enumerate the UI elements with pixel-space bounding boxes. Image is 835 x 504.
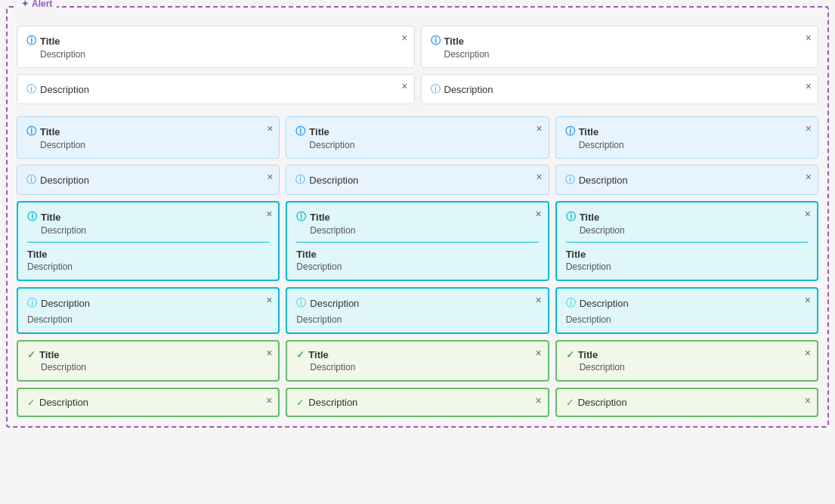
alert-label-text: Alert <box>32 0 52 9</box>
alert-card-plain-1: × ⓘ Title Description <box>17 26 415 68</box>
close-button-blue-2[interactable]: × <box>536 123 542 134</box>
card-desc-cyan-1b: Description <box>27 261 269 272</box>
close-button-cyan-desc-1[interactable]: × <box>266 295 272 305</box>
info-icon-1b: ⓘ <box>26 82 36 96</box>
alert-section: ✦ Alert × ⓘ Title Description × ⓘ Title <box>6 6 829 428</box>
alert-card-cyan-desc-2: × ⓘ Description Description <box>286 287 549 334</box>
info-icon-1: ⓘ <box>26 34 36 48</box>
info-icon-blue-3b: ⓘ <box>565 173 575 187</box>
card-desc-blue-2: Description <box>309 140 539 150</box>
card-desc-1: Description <box>40 49 405 60</box>
card-title-2: ⓘ Title <box>431 34 809 48</box>
info-icon-blue-2: ⓘ <box>295 125 305 138</box>
close-button-blue-2b[interactable]: × <box>536 172 542 182</box>
alert-card-green-3: × ✓ Title Description <box>555 340 818 382</box>
card-desc-only-blue-2b: ⓘ Description <box>295 173 539 187</box>
info-icon-2: ⓘ <box>431 34 441 48</box>
close-button-2[interactable]: × <box>806 32 812 43</box>
card-desc-only-2b: ⓘ Description <box>431 82 809 96</box>
alert-card-cyan-2: × ⓘ Title Description Title Description <box>286 201 549 281</box>
close-button-cyan-3[interactable]: × <box>805 209 811 219</box>
alert-card-blue-3: × ⓘ Title Description <box>555 116 818 159</box>
info-icon-cyan-3: ⓘ <box>566 210 576 224</box>
info-icon-cyan-2: ⓘ <box>296 210 306 224</box>
close-button-cyan-desc-3[interactable]: × <box>805 295 811 305</box>
info-icon-cyan-desc-2: ⓘ <box>296 296 306 310</box>
card-icon-desc-green-3b: ✓ Description <box>566 397 808 408</box>
card-desc-sub-cyan-2: Description <box>296 314 538 325</box>
alert-label: ✦ Alert <box>17 0 57 9</box>
alert-card-green-1b: × ✓ Description <box>17 388 280 417</box>
alert-card-green-3b: × ✓ Description <box>555 388 818 417</box>
close-button-green-1b[interactable]: × <box>266 395 272 406</box>
alert-card-green-1: × ✓ Title Description <box>17 340 280 382</box>
check-icon-green-2: ✓ <box>296 349 305 360</box>
alert-card-cyan-desc-3: × ⓘ Description Description <box>555 287 818 334</box>
info-icon-cyan-desc-3: ⓘ <box>566 296 576 310</box>
card-title-blue-1: ⓘ Title <box>26 125 270 138</box>
card-desc-cyan-1: Description <box>41 225 269 236</box>
card-icon-desc-cyan-1: ⓘ Description <box>27 296 269 310</box>
card-desc-cyan-3: Description <box>580 225 808 236</box>
card-title-cyan-3b: Title <box>566 249 808 260</box>
card-desc-green-1: Description <box>41 362 269 373</box>
alert-card-blue-1b: × ⓘ Description <box>17 165 280 195</box>
card-desc-blue-1: Description <box>40 140 270 150</box>
card-icon-desc-cyan-3: ⓘ Description <box>566 296 808 310</box>
alert-card-green-2: × ✓ Title Description <box>286 340 549 382</box>
close-button-green-1[interactable]: × <box>266 348 272 358</box>
card-title-blue-3: ⓘ Title <box>565 125 809 138</box>
check-icon-green-1: ✓ <box>27 349 36 360</box>
alert-card-cyan-1: × ⓘ Title Description Title Description <box>17 201 280 281</box>
card-title-cyan-1: ⓘ Title <box>27 210 269 224</box>
close-button-cyan-2[interactable]: × <box>535 209 541 219</box>
close-button-cyan-1[interactable]: × <box>266 209 272 219</box>
info-icon-blue-1b: ⓘ <box>26 173 36 187</box>
close-button-1[interactable]: × <box>401 32 407 43</box>
alert-card-plain-2b: × ⓘ Description <box>421 74 819 104</box>
card-title-green-2: ✓ Title <box>296 349 538 360</box>
divider-cyan-2 <box>296 242 538 243</box>
divider-cyan-3 <box>566 242 808 243</box>
alert-card-blue-1: × ⓘ Title Description <box>17 116 280 159</box>
card-title-cyan-3: ⓘ Title <box>566 210 808 224</box>
alert-star-icon: ✦ <box>21 0 29 9</box>
close-button-blue-3[interactable]: × <box>806 123 812 134</box>
alert-card-cyan-3: × ⓘ Title Description Title Description <box>555 201 818 281</box>
close-button-green-2b[interactable]: × <box>535 395 541 406</box>
close-button-green-3b[interactable]: × <box>805 395 811 406</box>
alert-card-blue-2b: × ⓘ Description <box>286 165 549 195</box>
card-title-cyan-1b: Title <box>27 249 269 260</box>
card-title-green-3: ✓ Title <box>566 349 808 360</box>
close-button-cyan-desc-2[interactable]: × <box>535 295 541 305</box>
card-title-cyan-2b: Title <box>296 249 538 260</box>
card-desc-blue-3: Description <box>579 140 809 150</box>
alert-card-plain-2: × ⓘ Title Description <box>421 26 819 68</box>
info-icon-blue-3: ⓘ <box>565 125 575 138</box>
close-button-blue-3b[interactable]: × <box>806 172 812 182</box>
alert-card-blue-2: × ⓘ Title Description <box>286 116 549 159</box>
info-icon-blue-1: ⓘ <box>26 125 36 138</box>
card-desc-sub-cyan-1: Description <box>27 314 269 325</box>
card-desc-2: Description <box>444 49 809 60</box>
card-title-cyan-2: ⓘ Title <box>296 210 538 224</box>
card-icon-desc-green-1b: ✓ Description <box>27 397 269 408</box>
check-icon-green-1b: ✓ <box>27 397 36 408</box>
card-desc-only-blue-3b: ⓘ Description <box>565 173 809 187</box>
card-title-blue-2: ⓘ Title <box>295 125 539 138</box>
check-icon-green-3: ✓ <box>566 349 574 360</box>
close-button-green-3[interactable]: × <box>805 348 811 358</box>
divider-cyan-1 <box>27 242 269 243</box>
alert-card-green-2b: × ✓ Description <box>286 388 549 417</box>
card-desc-cyan-2b: Description <box>296 261 538 272</box>
card-icon-desc-cyan-2: ⓘ Description <box>296 296 538 310</box>
card-icon-desc-green-2b: ✓ Description <box>296 397 538 408</box>
info-icon-cyan-desc-1: ⓘ <box>27 296 37 310</box>
close-button-1b[interactable]: × <box>401 81 407 91</box>
close-button-blue-1[interactable]: × <box>267 123 273 134</box>
close-button-green-2[interactable]: × <box>535 348 541 358</box>
close-button-2b[interactable]: × <box>806 81 812 91</box>
card-desc-cyan-3b: Description <box>566 261 808 272</box>
close-button-blue-1b[interactable]: × <box>267 172 273 182</box>
alert-card-cyan-desc-1: × ⓘ Description Description <box>17 287 280 334</box>
